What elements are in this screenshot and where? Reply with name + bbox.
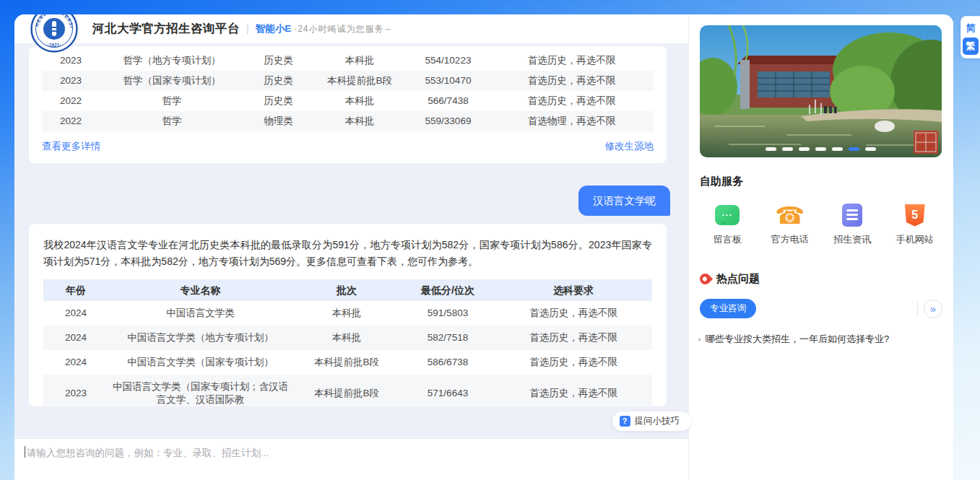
cell-batch: 本科批 <box>313 111 407 131</box>
service-mobile-site[interactable]: 5 手机网站 <box>884 201 947 246</box>
table-row: 2024 中国语言文学类（国家专项计划） 本科提前批B段 586/6738 首选… <box>43 350 652 375</box>
header-major: 专业名称 <box>108 279 292 301</box>
cell-subject-type: 物理类 <box>244 111 313 131</box>
table-row: 2023 哲学（国家专项计划） 历史类 本科提前批B段 553/10470 首选… <box>42 71 654 91</box>
table-row: 2022 哲学 物理类 本科批 559/33069 首选物理，再选不限 <box>42 111 654 131</box>
cell-subject-requirement: 首选历史，再选不限 <box>495 375 652 406</box>
cell-subject-requirement: 首选历史，再选不限 <box>490 51 654 71</box>
cell-year: 2023 <box>42 71 100 91</box>
ask-tips-label: 提问小技巧 <box>635 415 680 427</box>
question-mark-icon: ? <box>620 416 630 427</box>
service-official-phone[interactable]: ☎ 官方电话 <box>759 201 822 246</box>
table-row: 2024 中国语言文学类（地方专项计划） 本科批 582/7518 首选历史，再… <box>43 326 652 350</box>
service-admission-news[interactable]: 招生资讯 <box>821 201 884 246</box>
bullet-dot <box>698 339 701 341</box>
cell-major: 中国语言文学类（地方专项计划） <box>108 326 292 350</box>
cell-subject-requirement: 首选物理，再选不限 <box>490 111 654 131</box>
cell-year: 2024 <box>43 326 108 350</box>
cell-subject-type: 历史类 <box>244 51 313 71</box>
chat-scroll-area[interactable]: 2023 哲学（地方专项计划） 历史类 本科批 554/10223 首选历史，再… <box>14 43 688 438</box>
answer-paragraph: 我校2024年汉语言文学专业在河北历史类本科批的最低录取分为591分，地方专项计… <box>43 237 652 270</box>
bot-message-answer: 我校2024年汉语言文学专业在河北历史类本科批的最低录取分为591分，地方专项计… <box>29 224 667 406</box>
cell-year: 2024 <box>43 350 108 375</box>
cell-major: 哲学（国家专项计划） <box>100 71 244 91</box>
table-row: 2024 中国语言文学类 本科批 591/5803 首选历史，再选不限 <box>43 301 652 326</box>
header-year: 年份 <box>43 279 108 301</box>
table-header-row: 年份 专业名称 批次 最低分/位次 选科要求 <box>43 279 652 301</box>
self-service-title: 自助服务 <box>700 175 953 188</box>
user-message-bubble: 汉语言文学呢 <box>578 186 670 216</box>
more-tags-button[interactable]: » <box>924 300 942 318</box>
header: HEBEI UNIVERSITY ·1921· 河北大学官方招生咨询平台 | 智… <box>14 14 688 43</box>
cell-batch: 本科提前批B段 <box>292 375 401 406</box>
message-board-icon: ··· <box>715 205 740 225</box>
carousel-dot[interactable] <box>865 147 876 151</box>
cell-score-rank: 591/5803 <box>401 301 495 326</box>
cell-year: 2023 <box>43 375 108 406</box>
chevron-right-icon: » <box>930 302 936 315</box>
cell-subject-requirement: 首选历史，再选不限 <box>490 91 654 111</box>
question-input[interactable] <box>14 439 688 480</box>
self-service-row: ··· 留言板 ☎ 官方电话 招生资讯 5 手机网站 <box>696 201 946 246</box>
carousel-dot[interactable] <box>782 147 793 151</box>
tag-major-consult[interactable]: 专业咨询 <box>700 299 756 318</box>
cell-subject-requirement: 首选历史，再选不限 <box>495 350 652 375</box>
hot-question-item[interactable]: 哪些专业按大类招生，一年后如何选择专业? <box>698 333 942 346</box>
cell-year: 2023 <box>42 51 100 71</box>
table-row: 2023 哲学（地方专项计划） 历史类 本科批 554/10223 首选历史，再… <box>42 51 654 71</box>
cell-subject-requirement: 首选历史，再选不限 <box>490 71 654 91</box>
cell-score-rank: 571/6643 <box>401 375 495 406</box>
cell-score-rank: 582/7518 <box>401 326 495 350</box>
ask-tips-button[interactable]: ? 提问小技巧 <box>612 411 692 431</box>
cell-major: 中国语言文学类（国家专项计划；含汉语言文学、汉语国际教 <box>108 375 292 406</box>
cell-major: 中国语言文学类（国家专项计划） <box>108 350 292 375</box>
view-more-details-link[interactable]: 查看更多详情 <box>42 140 100 153</box>
campus-photo <box>700 25 942 157</box>
hot-tags-row: 专业咨询 » <box>700 299 942 318</box>
table-row: 2023 中国语言文学类（国家专项计划；含汉语言文学、汉语国际教 本科提前批B段… <box>43 375 652 406</box>
cell-major: 哲学 <box>100 91 244 111</box>
cell-score-rank: 554/10223 <box>407 51 490 71</box>
text-caret <box>25 446 25 458</box>
philosophy-score-table: 2023 哲学（地方专项计划） 历史类 本科批 554/10223 首选历史，再… <box>42 51 654 131</box>
carousel-dots <box>700 147 942 151</box>
table-row: 2022 哲学 历史类 本科批 566/7438 首选历史，再选不限 <box>42 91 654 111</box>
literature-score-table: 年份 专业名称 批次 最低分/位次 选科要求 2024 中国语言文学类 本科批 <box>43 279 652 406</box>
hot-questions-title: 热点问题 <box>716 272 760 286</box>
carousel-dot-active[interactable] <box>849 147 859 151</box>
simplified-chinese-button[interactable]: 简 <box>963 19 979 37</box>
cell-subject-requirement: 首选历史，再选不限 <box>495 301 652 326</box>
cell-batch: 本科提前批B段 <box>292 350 401 375</box>
cell-batch: 本科批 <box>292 326 401 350</box>
cell-batch: 本科提前批B段 <box>313 71 407 91</box>
header-score-rank: 最低分/位次 <box>401 279 495 301</box>
header-separator: | <box>246 23 249 35</box>
carousel-dot[interactable] <box>815 147 826 151</box>
service-label: 手机网站 <box>896 233 934 246</box>
campus-photo-carousel[interactable] <box>700 25 942 157</box>
service-label: 留言板 <box>714 233 742 246</box>
cell-score-rank: 586/6738 <box>401 350 495 375</box>
cell-year: 2022 <box>42 91 100 111</box>
carousel-dot[interactable] <box>832 147 843 151</box>
cell-year: 2024 <box>43 301 108 326</box>
tags-divider <box>917 301 918 317</box>
service-message-board[interactable]: ··· 留言板 <box>696 201 759 246</box>
cell-score-rank: 559/33069 <box>407 111 490 131</box>
carousel-dot[interactable] <box>799 147 810 151</box>
carousel-dot[interactable] <box>766 147 776 151</box>
phone-icon: ☎ <box>775 204 805 227</box>
cell-major: 哲学（地方专项计划） <box>100 51 244 71</box>
sidebar: 自助服务 ··· 留言板 ☎ 官方电话 招生资讯 5 手机网站 热点问题 <box>688 14 953 480</box>
cell-score-rank: 566/7438 <box>407 91 490 111</box>
hot-flame-icon <box>698 271 713 287</box>
cell-major: 哲学 <box>100 111 244 131</box>
admission-news-icon <box>842 204 862 227</box>
cell-subject-requirement: 首选历史，再选不限 <box>495 326 652 350</box>
traditional-chinese-button[interactable]: 繁 <box>963 38 979 55</box>
logo-year-text: ·1921· <box>47 43 61 48</box>
hot-question-text: 哪些专业按大类招生，一年后如何选择专业? <box>706 333 889 346</box>
cell-batch: 本科批 <box>313 91 407 111</box>
cell-year: 2022 <box>42 111 100 131</box>
change-origin-link[interactable]: 修改生源地 <box>605 140 654 153</box>
